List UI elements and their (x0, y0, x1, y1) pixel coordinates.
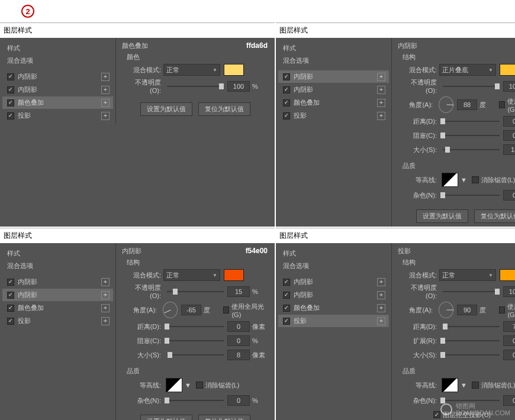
style-checkbox[interactable] (7, 305, 14, 312)
reset-default-button[interactable]: 复位为默认值 (198, 415, 250, 420)
spread-input[interactable]: 0 (503, 335, 515, 346)
noise-input[interactable]: 0 (503, 190, 515, 201)
sidebar-item-3[interactable]: 投影+ (278, 315, 389, 327)
reset-default-button[interactable]: 复位为默认值 (474, 209, 515, 223)
angle-dial[interactable] (439, 96, 453, 113)
size-slider[interactable] (167, 351, 224, 359)
opacity-slider[interactable] (167, 82, 224, 91)
style-checkbox[interactable] (283, 318, 290, 325)
add-icon[interactable]: + (377, 291, 385, 299)
style-checkbox[interactable] (283, 279, 290, 286)
anti-alias-checkbox[interactable] (472, 382, 479, 389)
sidebar-item-2[interactable]: 颜色叠加+ (2, 302, 113, 314)
contour-picker[interactable] (442, 173, 458, 187)
sidebar-item-2[interactable]: 颜色叠加+ (278, 96, 389, 109)
add-icon[interactable]: + (101, 99, 110, 107)
size-slider[interactable] (443, 146, 500, 154)
color-swatch[interactable] (500, 64, 515, 76)
style-checkbox[interactable] (7, 112, 14, 119)
global-light-checkbox[interactable] (223, 306, 230, 314)
choke-slider[interactable] (167, 337, 224, 345)
style-checkbox[interactable] (283, 73, 290, 80)
opacity-input[interactable]: 100 (227, 81, 250, 92)
blend-mode-select[interactable]: 正片叠底▼ (439, 64, 496, 76)
size-input[interactable]: 0 (503, 350, 515, 360)
opacity-slider[interactable] (167, 287, 224, 296)
style-checkbox[interactable] (283, 112, 290, 119)
make-default-button[interactable]: 设置为默认值 (140, 102, 192, 116)
angle-dial[interactable] (439, 302, 453, 318)
distance-slider[interactable] (167, 322, 224, 331)
sidebar-item-0[interactable]: 内阴影+ (278, 276, 389, 288)
choke-slider[interactable] (443, 131, 500, 140)
sidebar-item-1[interactable]: 内阴影+ (278, 83, 389, 96)
distance-input[interactable]: 0 (227, 321, 250, 332)
sidebar-item-0[interactable]: 内阴影+ (2, 276, 113, 288)
size-input[interactable]: 13 (503, 144, 515, 155)
spread-slider[interactable] (443, 337, 500, 345)
add-icon[interactable]: + (377, 317, 385, 325)
color-swatch[interactable] (224, 64, 244, 76)
blend-mode-select[interactable]: 正常▼ (163, 64, 220, 76)
global-light-checkbox[interactable] (499, 101, 506, 108)
add-icon[interactable]: + (101, 73, 110, 81)
make-default-button[interactable]: 设置为默认值 (140, 415, 192, 420)
sidebar-item-2[interactable]: 颜色叠加+ (2, 96, 113, 109)
angle-input[interactable]: 88 (457, 99, 477, 110)
anti-alias-checkbox[interactable] (196, 382, 203, 389)
reset-default-button[interactable]: 复位为默认值 (198, 102, 250, 116)
sidebar-item-3[interactable]: 投影+ (2, 109, 113, 122)
style-checkbox[interactable] (7, 86, 14, 93)
make-default-button[interactable]: 设置为默认值 (416, 209, 468, 223)
global-light-checkbox[interactable] (499, 306, 506, 314)
size-slider[interactable] (443, 351, 500, 359)
opacity-input[interactable]: 100 (503, 81, 515, 92)
style-checkbox[interactable] (7, 318, 14, 325)
add-icon[interactable]: + (101, 304, 110, 312)
sidebar-item-3[interactable]: 投影+ (278, 109, 389, 122)
sidebar-item-0[interactable]: 内阴影+ (2, 70, 113, 83)
style-checkbox[interactable] (7, 73, 14, 80)
color-swatch[interactable] (500, 269, 515, 281)
size-input[interactable]: 8 (227, 350, 250, 360)
add-icon[interactable]: + (377, 304, 385, 312)
noise-slider[interactable] (167, 396, 224, 405)
noise-slider[interactable] (443, 191, 500, 199)
style-checkbox[interactable] (283, 99, 290, 106)
sidebar-item-1[interactable]: 内阴影+ (2, 289, 113, 301)
sidebar-item-3[interactable]: 投影+ (2, 315, 113, 327)
angle-dial[interactable] (163, 302, 178, 318)
angle-input[interactable]: -65 (181, 305, 201, 315)
add-icon[interactable]: + (101, 291, 110, 299)
add-icon[interactable]: + (377, 86, 385, 94)
anti-alias-checkbox[interactable] (472, 176, 479, 183)
add-icon[interactable]: + (377, 99, 385, 107)
add-icon[interactable]: + (101, 278, 110, 286)
style-checkbox[interactable] (283, 305, 290, 312)
distance-input[interactable]: 7 (503, 321, 515, 332)
distance-slider[interactable] (443, 117, 500, 125)
add-icon[interactable]: + (101, 317, 110, 325)
contour-picker[interactable] (166, 378, 182, 392)
angle-input[interactable]: 90 (457, 305, 477, 315)
sidebar-item-0[interactable]: 内阴影+ (278, 70, 389, 83)
blend-mode-select[interactable]: 正常▼ (163, 269, 220, 281)
opacity-slider[interactable] (443, 287, 500, 296)
choke-input[interactable]: 0 (503, 130, 515, 141)
contour-picker[interactable] (442, 378, 458, 392)
style-checkbox[interactable] (283, 292, 290, 299)
add-icon[interactable]: + (377, 73, 385, 81)
style-checkbox[interactable] (7, 99, 14, 106)
noise-input[interactable]: 0 (227, 395, 250, 406)
blend-mode-select[interactable]: 正常▼ (439, 269, 496, 281)
opacity-slider[interactable] (443, 82, 500, 91)
sidebar-item-1[interactable]: 内阴影+ (2, 83, 113, 96)
opacity-input[interactable]: 100 (503, 286, 515, 297)
distance-input[interactable]: 0 (503, 116, 515, 127)
style-checkbox[interactable] (7, 292, 14, 299)
sidebar-item-2[interactable]: 颜色叠加+ (278, 302, 389, 314)
add-icon[interactable]: + (101, 86, 110, 94)
color-swatch[interactable] (224, 269, 244, 281)
add-icon[interactable]: + (377, 112, 385, 120)
style-checkbox[interactable] (7, 279, 14, 286)
